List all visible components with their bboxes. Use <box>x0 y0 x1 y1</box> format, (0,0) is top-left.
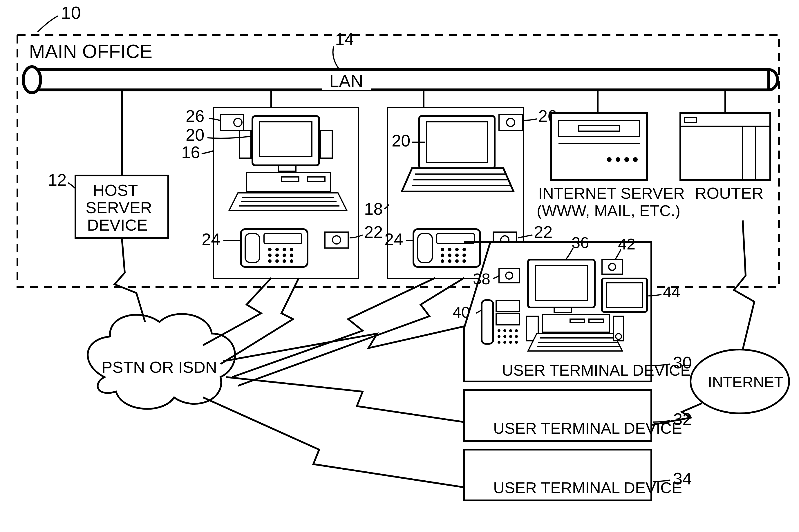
svg-point-28 <box>332 236 341 244</box>
ref-16: 16 <box>181 143 200 162</box>
camera-icon <box>602 260 622 274</box>
ref-12: 12 <box>48 170 67 189</box>
ref-12-leader <box>68 183 75 189</box>
main-office-label: MAIN OFFICE <box>29 41 152 62</box>
svg-rect-30 <box>426 122 488 163</box>
ref-20-left: 20 <box>186 125 205 144</box>
svg-rect-74 <box>496 313 519 325</box>
ref-10: 10 <box>61 3 81 23</box>
svg-point-82 <box>515 335 518 338</box>
svg-point-79 <box>498 335 500 338</box>
svg-rect-0 <box>32 70 769 90</box>
ref-10-leader <box>38 16 58 32</box>
pstn-label: PSTN OR ISDN <box>101 358 217 376</box>
svg-point-69 <box>609 263 616 270</box>
svg-rect-14 <box>264 233 302 244</box>
svg-point-41 <box>448 253 452 257</box>
telephone-icon <box>241 229 307 267</box>
svg-point-3 <box>234 118 242 127</box>
svg-point-42 <box>455 253 459 257</box>
ref-24-left: 24 <box>202 230 221 249</box>
internet-server-label-1: INTERNET SERVER <box>538 185 685 202</box>
ref-44: 44 <box>663 283 680 301</box>
svg-point-54 <box>607 157 612 162</box>
lan-label: LAN <box>329 71 363 91</box>
svg-point-18 <box>290 248 293 251</box>
terminal-30-label: USER TERMINAL DEVICE <box>502 361 691 379</box>
svg-point-45 <box>448 259 452 263</box>
svg-point-38 <box>455 248 459 251</box>
svg-rect-72 <box>481 300 493 344</box>
svg-point-40 <box>441 253 444 257</box>
svg-point-75 <box>498 329 500 332</box>
svg-rect-34 <box>418 233 432 263</box>
svg-point-55 <box>616 157 620 162</box>
ref-22-left: 22 <box>364 223 383 241</box>
svg-rect-66 <box>535 265 588 300</box>
svg-point-20 <box>275 253 279 257</box>
svg-rect-6 <box>279 165 296 171</box>
svg-point-22 <box>290 253 293 257</box>
ref-14: 14 <box>335 30 354 49</box>
svg-point-46 <box>455 259 459 263</box>
svg-point-47 <box>462 259 466 263</box>
svg-point-1 <box>23 67 41 93</box>
camera-icon <box>221 115 244 131</box>
svg-rect-5 <box>260 122 312 157</box>
router-icon <box>680 113 770 180</box>
svg-point-25 <box>283 259 286 263</box>
host-server-label-2: SERVER <box>85 198 152 217</box>
monitor-icon <box>528 260 595 313</box>
svg-point-64 <box>506 272 513 279</box>
host-server-label-3: DEVICE <box>87 216 148 234</box>
svg-rect-71 <box>606 283 643 307</box>
internet-label: INTERNET <box>708 374 783 391</box>
internet-server-label-2: (WWW, MAIL, ETC.) <box>537 202 680 219</box>
ref-40: 40 <box>453 303 470 321</box>
svg-point-17 <box>283 248 286 251</box>
svg-point-26 <box>290 259 293 263</box>
svg-point-86 <box>515 341 518 344</box>
svg-point-43 <box>462 253 466 257</box>
svg-point-84 <box>503 341 506 344</box>
zigzag-pstn-terminal34 <box>203 397 464 487</box>
ref-20-right: 20 <box>392 131 411 150</box>
svg-rect-88 <box>543 315 609 332</box>
svg-point-23 <box>268 259 271 263</box>
svg-rect-51 <box>558 120 640 136</box>
svg-point-44 <box>441 259 444 263</box>
svg-point-57 <box>633 157 638 162</box>
camera-icon <box>499 115 522 131</box>
svg-point-78 <box>515 329 518 332</box>
svg-point-24 <box>275 259 279 263</box>
svg-rect-8 <box>321 131 332 158</box>
ref-38: 38 <box>473 270 490 287</box>
svg-point-81 <box>509 335 512 338</box>
ref-14-leader <box>333 46 340 70</box>
display-icon <box>602 279 647 312</box>
zigzag-ws18-pstn-a <box>232 278 435 377</box>
camera-icon <box>499 268 519 283</box>
svg-point-19 <box>268 253 271 257</box>
svg-rect-73 <box>496 300 519 312</box>
monitor-icon <box>239 116 332 171</box>
ref-18: 18 <box>364 199 383 218</box>
svg-point-21 <box>283 253 286 257</box>
ref-26-left: 26 <box>186 107 205 125</box>
ref-36: 36 <box>572 234 589 251</box>
zigzag-pstn-terminal32 <box>226 377 464 422</box>
svg-point-76 <box>503 329 506 332</box>
svg-point-56 <box>624 157 629 162</box>
svg-point-36 <box>441 248 444 251</box>
server-rack-icon <box>551 113 647 180</box>
svg-point-77 <box>509 329 512 332</box>
zigzag-router-internet <box>734 221 754 349</box>
ref-34: 34 <box>673 469 692 488</box>
svg-point-32 <box>507 118 515 127</box>
desktop-base-icon <box>229 173 347 210</box>
ref-30: 30 <box>673 353 692 372</box>
svg-rect-67 <box>554 307 572 313</box>
svg-point-80 <box>503 335 506 338</box>
router-label: ROUTER <box>695 184 763 202</box>
svg-rect-9 <box>247 173 331 191</box>
